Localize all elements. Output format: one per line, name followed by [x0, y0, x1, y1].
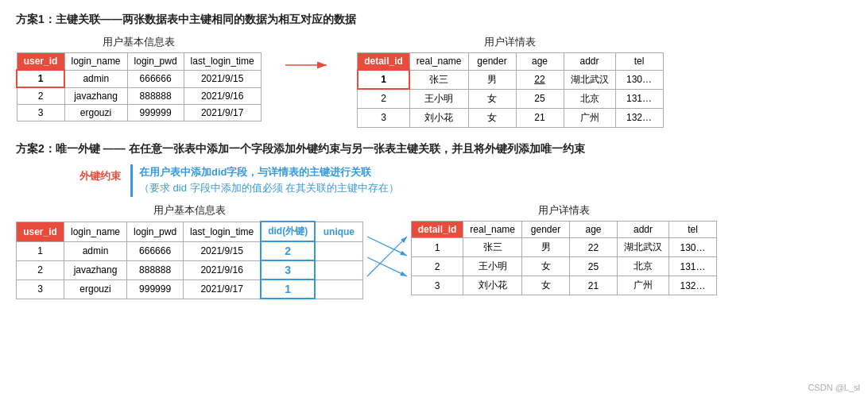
table-row: 2 王小明 女 25 北京 131… — [411, 257, 716, 276]
s2-cell-rn-r1: 张三 — [463, 238, 522, 257]
table-row: 3 刘小花 女 21 广州 132… — [411, 276, 716, 295]
table-row: 1 张三 男 22 湖北武汉 130… — [358, 70, 663, 89]
section2-table2-block: 用户详情表 detail_id real_name gender age add… — [411, 203, 717, 295]
s2-th-last-login-time: last_login_time — [184, 222, 262, 241]
s2-th-did: did(外键) — [261, 222, 315, 241]
th-detail-id: detail_id — [358, 53, 410, 71]
s2-cell-uid-2: 2 — [17, 260, 64, 279]
s2-cell-time-1: 2021/9/15 — [184, 241, 262, 260]
s2-cell-age-r1: 22 — [570, 238, 618, 257]
table-row: 1 admin 666666 2021/9/15 2 — [17, 241, 363, 260]
table-row: 1 张三 男 22 湖北武汉 130… — [411, 238, 716, 257]
th-tel: tel — [615, 53, 663, 71]
watermark: CSDN @L_sl — [808, 383, 860, 392]
s2-th-tel: tel — [669, 222, 717, 238]
s2-th-age: age — [570, 222, 618, 238]
cell-pwd-3: 999999 — [127, 105, 184, 121]
crossing-arrows-svg — [363, 225, 411, 289]
s2-cell-unique-3 — [315, 279, 362, 299]
s2-th-addr: addr — [618, 222, 669, 238]
section1-title: 方案1：主键关联——两张数据表中主键相同的数据为相互对应的数据 — [16, 13, 852, 27]
svg-line-3 — [367, 237, 407, 256]
s2-cell-did-3: 1 — [261, 279, 315, 299]
s2-cell-did-r1: 1 — [411, 238, 463, 257]
s2-cell-addr-r2: 北京 — [618, 257, 669, 276]
s2-cell-did-2: 3 — [261, 260, 315, 279]
cell-tel-3: 132… — [615, 108, 663, 127]
section1-table1-caption: 用户基本信息表 — [103, 35, 175, 49]
table-row: 3 ergouzi 999999 2021/9/17 1 — [17, 279, 363, 299]
annotation-box: 在用户表中添加did字段，与详情表的主键进行关联 （要求 did 字段中添加的值… — [130, 164, 399, 198]
table-row: 2 王小明 女 25 北京 131… — [358, 89, 663, 108]
section2-tables-row: 用户基本信息表 user_id login_name login_pwd las… — [16, 203, 852, 299]
th-user-id: user_id — [17, 53, 64, 71]
cell-tel-2: 131… — [615, 89, 663, 108]
crossing-arrows-area — [363, 225, 411, 291]
cell-age-3: 21 — [516, 108, 564, 127]
svg-line-4 — [367, 257, 407, 276]
cell-rn-2: 王小明 — [409, 89, 468, 108]
table-row: 3 刘小花 女 21 广州 132… — [358, 108, 663, 127]
arrow-svg — [285, 57, 333, 73]
cell-time-2: 2021/9/16 — [184, 87, 261, 105]
s2-cell-rn-r2: 王小明 — [463, 257, 522, 276]
section1: 方案1：主键关联——两张数据表中主键相同的数据为相互对应的数据 用户基本信息表 … — [16, 13, 852, 128]
s2-cell-time-3: 2021/9/17 — [184, 279, 262, 299]
cell-did-2: 2 — [358, 89, 410, 108]
cell-rn-1: 张三 — [409, 70, 468, 89]
s2-cell-did-1: 2 — [261, 241, 315, 260]
table-row: 2 javazhang 888888 2021/9/16 3 — [17, 260, 363, 279]
section2-table1-block: 用户基本信息表 user_id login_name login_pwd las… — [16, 203, 363, 299]
s2-cell-pwd-3: 999999 — [127, 279, 184, 299]
s2-cell-ln-1: admin — [64, 241, 127, 260]
annotation-line1: 在用户表中添加did字段，与详情表的主键进行关联 — [139, 164, 399, 181]
s2-cell-tel-r1: 130… — [669, 238, 717, 257]
cell-age-1: 22 — [516, 70, 564, 89]
cell-loginname-2: javazhang — [64, 87, 127, 105]
s2-th-gender: gender — [522, 222, 570, 238]
section2-title: 方案2：唯一外键 —— 在任意一张表中添加一个字段添加外键约束与另一张表主键关联… — [16, 142, 852, 156]
cell-did-1: 1 — [358, 70, 410, 89]
th-gender: gender — [468, 53, 516, 71]
fk-label: 外键约束 — [79, 169, 121, 183]
s2-cell-time-2: 2021/9/16 — [184, 260, 262, 279]
cell-addr-3: 广州 — [564, 108, 615, 127]
section1-table1: user_id login_name login_pwd last_login_… — [16, 52, 262, 121]
section2-table2-caption: 用户详情表 — [538, 203, 590, 218]
s2-cell-uid-3: 3 — [17, 279, 64, 299]
annotation-line2: （要求 did 字段中添加的值必须 在其关联的主键中存在） — [139, 180, 399, 197]
cell-rn-3: 刘小花 — [409, 108, 468, 127]
s2-cell-ln-2: javazhang — [64, 260, 127, 279]
s2-cell-did-r3: 3 — [411, 276, 463, 295]
s2-cell-rn-r3: 刘小花 — [463, 276, 522, 295]
section1-table2-block: 用户详情表 detail_id real_name gender age add… — [357, 35, 664, 128]
s2-cell-pwd-2: 888888 — [127, 260, 184, 279]
cell-loginname-1: admin — [64, 70, 127, 87]
section2: 方案2：唯一外键 —— 在任意一张表中添加一个字段添加外键约束与另一张表主键关联… — [16, 142, 852, 300]
table-row: 1 admin 666666 2021/9/15 — [17, 70, 261, 87]
th-real-name: real_name — [409, 53, 468, 71]
s2-th-login-pwd: login_pwd — [127, 222, 184, 241]
s2-th-detail-id: detail_id — [411, 222, 463, 238]
cell-did-3: 3 — [358, 108, 410, 127]
section1-arrow — [285, 57, 333, 73]
section1-table2: detail_id real_name gender age addr tel … — [357, 52, 664, 128]
s2-cell-g-r2: 女 — [522, 257, 570, 276]
s2-cell-uid-1: 1 — [17, 241, 64, 260]
cell-age-2: 25 — [516, 89, 564, 108]
s2-cell-did-r2: 2 — [411, 257, 463, 276]
cell-g-2: 女 — [468, 89, 516, 108]
cell-g-1: 男 — [468, 70, 516, 89]
th-addr: addr — [564, 53, 615, 71]
s2-cell-ln-3: ergouzi — [64, 279, 127, 299]
s2-cell-unique-1 — [315, 241, 362, 260]
s2-cell-addr-r3: 广州 — [618, 276, 669, 295]
section2-table1-caption: 用户基本信息表 — [153, 203, 226, 218]
s2-cell-g-r3: 女 — [522, 276, 570, 295]
s2-th-login-name: login_name — [64, 222, 127, 241]
cell-pwd-1: 666666 — [127, 70, 184, 87]
s2-cell-pwd-1: 666666 — [127, 241, 184, 260]
cell-uid-2: 2 — [17, 87, 64, 105]
th-last-login-time: last_login_time — [184, 53, 261, 71]
table-row: 2 javazhang 888888 2021/9/16 — [17, 87, 261, 105]
